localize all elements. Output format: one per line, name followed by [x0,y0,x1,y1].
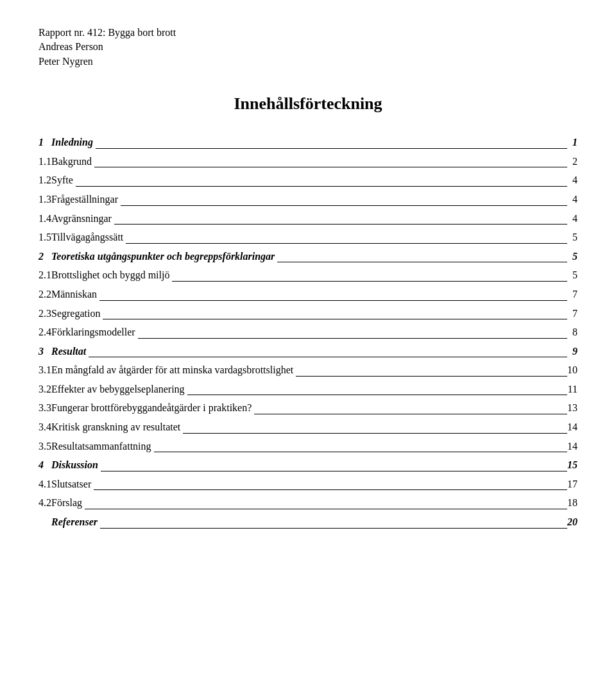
toc-entry-number: 2.1 [38,266,51,285]
toc-entry-page: 1 [567,133,578,152]
toc-entry-label-cell: Fungerar brottförebyggandeåtgärder i pra… [51,398,567,418]
toc-entry-label: Fungerar brottförebyggandeåtgärder i pra… [51,400,254,416]
toc-entry-number [38,513,51,532]
toc-entry-page: 13 [567,398,578,418]
toc-entry-number: 3.2 [38,380,51,399]
toc-entry-label: Brottslighet och byggd miljö [51,267,172,284]
toc-entry-label-cell: Förslag [51,493,567,513]
toc-entry-label-cell: Förklaringsmodeller [51,323,567,342]
toc-entry-dots [172,281,567,282]
toc-entry-page: 2 [567,152,578,171]
toc-entry-dots [126,243,567,244]
toc-entry-number: 3.5 [38,437,51,456]
toc-entry: 3.2Effekter av bebyggelseplanering11 [38,380,578,399]
toc-entry-number: 3.4 [38,418,51,437]
toc-entry-page: 15 [567,455,578,475]
toc-entry-dots [154,452,567,452]
toc-entry-label: Bakgrund [51,153,94,170]
toc-entry-page: 14 [567,418,578,437]
toc-entry: 1.4Avgränsningar4 [38,209,578,228]
toc-entry-number: 4 [38,455,51,475]
toc-entry-label: Referenser [51,514,100,530]
toc-entry-label: Inledning [51,134,96,151]
toc-entry-label-cell: Bakgrund [51,152,567,171]
toc-entry: 4.2Förslag18 [38,493,578,513]
toc-entry-label-cell: Människan [51,285,567,304]
toc-entry-page: 5 [567,228,578,247]
toc-entry-number: 1 [38,133,51,152]
toc-entry-number: 4.2 [38,493,51,513]
toc-entry: 2Teoretiska utgångspunkter och begreppsf… [38,247,578,266]
toc-entry-label: Människan [51,286,99,303]
toc-entry: 2.2Människan7 [38,285,578,304]
toc-entry-label-cell: Avgränsningar [51,209,567,228]
toc-entry: 1.5Tillvägagångssätt5 [38,228,578,247]
toc-entry-page: 4 [567,209,578,228]
toc-entry-label-cell: Tillvägagångssätt [51,228,567,247]
toc-table: 1Inledning11.1Bakgrund21.2Syfte41.3Fråge… [38,133,578,531]
toc-entry-dots [94,489,567,490]
toc-entry: 1.1Bakgrund2 [38,152,578,171]
toc-entry-dots [114,224,567,225]
toc-entry-label: Segregation [51,305,103,322]
toc-entry-number: 2.4 [38,323,51,342]
toc-entry-dots [76,186,567,187]
toc-entry-label: Teoretiska utgångspunkter och begreppsfö… [51,248,277,265]
toc-entry-number: 3.3 [38,398,51,418]
toc-entry: 3.1En mångfald av åtgärder för att minsk… [38,361,578,380]
toc-entry-page: 8 [567,323,578,342]
toc-entry-label: Förslag [51,495,85,511]
toc-entry-label-cell: Inledning [51,133,567,152]
toc-entry-label-cell: Referenser [51,513,567,532]
author2: Peter Nygren [38,55,578,69]
toc-entry-label-cell: Kritisk granskning av resultatet [51,418,567,437]
toc-entry-dots [138,338,567,339]
toc-entry-number: 1.1 [38,152,51,171]
toc-entry-number: 1.2 [38,171,51,190]
toc-entry-dots [94,167,567,167]
toc-entry-page: 4 [567,171,578,190]
toc-entry-page: 5 [567,247,578,266]
toc-entry-dots [101,471,567,471]
toc-entry-dots [121,205,567,206]
toc-entry-label-cell: Diskussion [51,455,567,475]
toc-entry-label: Frågeställningar [51,191,121,208]
toc-entry-dots [96,148,567,149]
toc-entry-label: Resultatsammanfattning [51,438,154,455]
toc-entry: 4.1Slutsatser17 [38,475,578,494]
toc-entry-dots [254,414,567,414]
toc-entry-number: 2.2 [38,285,51,304]
toc-entry: 3Resultat9 [38,342,578,361]
toc-entry: 2.4Förklaringsmodeller8 [38,323,578,342]
toc-entry-label: Avgränsningar [51,210,114,227]
toc-entry: 1Inledning1 [38,133,578,152]
toc-entry-label-cell: Resultat [51,342,567,361]
toc-entry-dots [277,262,567,262]
toc-entry-page: 14 [567,437,578,456]
toc-entry-label-cell: Brottslighet och byggd miljö [51,266,567,285]
toc-entry-page: 9 [567,342,578,361]
toc-entry-number: 1.3 [38,190,51,209]
toc-entry-number: 2 [38,247,51,266]
toc-entry: 3.5Resultatsammanfattning14 [38,437,578,456]
toc-entry: 4Diskussion15 [38,455,578,475]
toc-entry-label-cell: Segregation [51,304,567,323]
toc-entry: 2.1Brottslighet och byggd miljö5 [38,266,578,285]
toc-entry-page: 5 [567,266,578,285]
toc-entry-page: 18 [567,493,578,513]
toc-entry-dots [187,395,567,395]
toc-entry-dots [103,319,567,319]
toc-entry-dots [85,509,567,509]
toc-entry: 3.3Fungerar brottförebyggandeåtgärder i … [38,398,578,418]
toc-entry-number: 3.1 [38,361,51,380]
toc-entry-number: 4.1 [38,475,51,494]
toc-entry-label-cell: Frågeställningar [51,190,567,209]
toc-entry-label: Kritisk granskning av resultatet [51,419,183,436]
toc-entry-label-cell: Effekter av bebyggelseplanering [51,380,567,399]
toc-entry-page: 7 [567,285,578,304]
toc-entry-label-cell: En mångfald av åtgärder för att minska v… [51,361,567,380]
toc-entry: 2.3Segregation7 [38,304,578,323]
toc-entry-label: Resultat [51,343,89,360]
toc-entry-label: Effekter av bebyggelseplanering [51,381,187,398]
toc-entry-page: 7 [567,304,578,323]
